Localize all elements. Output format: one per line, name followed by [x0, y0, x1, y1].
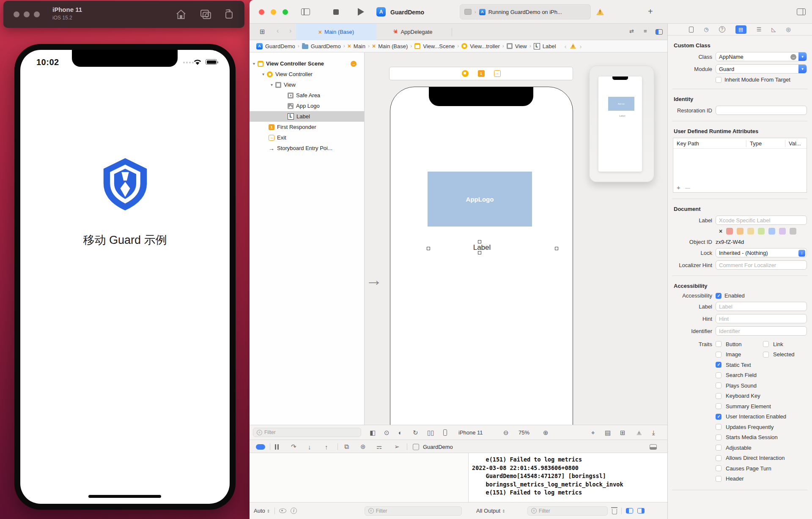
color-swatch-green[interactable]: [758, 228, 765, 235]
clear-color-button[interactable]: ×: [719, 228, 722, 235]
add-constraints-icon[interactable]: ⊞: [620, 425, 625, 440]
add-editor-icon[interactable]: [656, 29, 663, 35]
color-scheme-icon[interactable]: ◐: [398, 425, 402, 440]
resize-handle-bottom[interactable]: [478, 251, 481, 254]
issue-warning-icon[interactable]: [570, 44, 576, 49]
acc-label-input[interactable]: [719, 303, 807, 310]
crumb-label[interactable]: Label: [543, 43, 556, 49]
stop-button[interactable]: [333, 9, 339, 15]
editor-options-icon[interactable]: ≡: [644, 28, 647, 34]
step-into-icon[interactable]: ↓: [308, 440, 311, 453]
trait-checkbox-header[interactable]: [716, 476, 721, 482]
class-dropdown-icon[interactable]: ▾: [798, 52, 807, 61]
screenshot-camera-icon[interactable]: [200, 8, 212, 22]
environment-overrides-icon[interactable]: ⚎: [376, 440, 382, 453]
show-console-pane-icon[interactable]: [637, 508, 645, 514]
debug-session-name[interactable]: GuardDemo: [423, 440, 453, 453]
pause-icon[interactable]: [275, 440, 279, 453]
trait-checkbox-page-turn[interactable]: [716, 465, 721, 471]
size-inspector-icon[interactable]: ◺: [771, 26, 776, 33]
step-out-icon[interactable]: ↑: [325, 440, 328, 453]
trait-checkbox-selected[interactable]: [763, 352, 769, 358]
simulator-titlebar[interactable]: iPhone 11 iOS 15.2: [3, 1, 244, 28]
storyboard-entry-arrow[interactable]: →: [365, 271, 382, 288]
disclosure-icon[interactable]: ▾: [253, 61, 255, 66]
doc-label-field[interactable]: [716, 216, 807, 225]
versions-grid-icon[interactable]: ⊞: [260, 28, 265, 36]
update-frames-icon[interactable]: ⌖: [591, 425, 595, 440]
connections-inspector-icon[interactable]: ◎: [786, 26, 790, 33]
resize-handle-top[interactable]: [478, 240, 481, 243]
trait-checkbox-static-text[interactable]: [716, 362, 721, 368]
zoom-level[interactable]: 75%: [518, 425, 529, 440]
quicklook-eye-icon[interactable]: [279, 508, 286, 513]
view-controller-icon[interactable]: [462, 70, 469, 77]
outline-filter-field[interactable]: ≡ Filter: [253, 428, 361, 437]
console-filter-field[interactable]: ≡ Filter: [527, 506, 608, 516]
storyboard-view-controller[interactable]: AppLogo Label: [390, 87, 573, 425]
breakpoints-toggle[interactable]: [256, 440, 265, 453]
next-issue-icon[interactable]: ›: [580, 43, 582, 50]
zoom-out-icon[interactable]: ⊖: [503, 425, 509, 440]
maximize-button[interactable]: [283, 9, 288, 15]
close-button[interactable]: [259, 9, 264, 15]
toggle-inspector-icon[interactable]: [797, 8, 806, 15]
help-inspector-icon[interactable]: ?: [719, 26, 725, 33]
console-scope-select[interactable]: All Output ⇕: [476, 508, 505, 514]
crumb-controller[interactable]: View...troller: [470, 43, 500, 49]
minimize-button[interactable]: [271, 9, 276, 15]
trait-checkbox-starts-media[interactable]: [716, 434, 721, 440]
restoration-id-input[interactable]: [719, 107, 807, 114]
prev-issue-icon[interactable]: ‹: [565, 43, 567, 50]
memory-graph-icon[interactable]: ⊛: [360, 440, 366, 453]
outline-row-view-controller[interactable]: ▾ View Controller: [250, 69, 364, 79]
add-attribute-button[interactable]: +: [677, 184, 680, 191]
crumb-group[interactable]: GuardDemo: [311, 43, 341, 49]
doc-label-input[interactable]: [719, 217, 807, 224]
outline-row-scene[interactable]: ▾ View Controller Scene →: [250, 58, 364, 69]
label-view[interactable]: Label: [454, 243, 510, 252]
view-hierarchy-icon[interactable]: ⧉: [344, 440, 349, 453]
device-icon[interactable]: [443, 425, 447, 440]
resize-handle-left[interactable]: [427, 247, 430, 250]
class-field[interactable]: AppName → ▾: [716, 52, 807, 61]
crumb-main[interactable]: Main: [354, 43, 365, 49]
tab-main-base[interactable]: × Main (Base): [296, 24, 376, 40]
acc-identifier-field[interactable]: [716, 326, 807, 336]
show-variables-pane-icon[interactable]: [626, 508, 633, 514]
color-swatch-blue[interactable]: [768, 228, 775, 235]
runtime-attributes-table[interactable]: Key Path Type Val... + —: [673, 138, 807, 193]
trait-checkbox-keyboard-key[interactable]: [716, 393, 721, 399]
trait-checkbox-adjustable[interactable]: [716, 445, 721, 451]
forward-chevron-icon[interactable]: ›: [289, 27, 291, 35]
variables-pane[interactable]: [250, 453, 469, 502]
lock-dropdown[interactable]: Inherited - (Nothing) ↕: [716, 248, 807, 257]
resolve-issues-icon[interactable]: [635, 425, 643, 440]
crumb-main-base[interactable]: Main (Base): [378, 43, 408, 49]
identity-inspector-icon[interactable]: ▤: [735, 25, 746, 34]
acc-label-field[interactable]: [716, 302, 807, 311]
jump-to-class-icon[interactable]: →: [790, 54, 796, 60]
outline-row-exit[interactable]: → Exit: [250, 132, 364, 143]
accessibility-enabled-checkbox[interactable]: [716, 293, 721, 299]
trait-checkbox-user-interaction[interactable]: [716, 414, 721, 420]
run-button[interactable]: [358, 8, 364, 16]
color-swatch-gray[interactable]: [790, 228, 796, 235]
minimap[interactable]: AppLogo Label: [589, 66, 654, 182]
home-icon[interactable]: [175, 8, 187, 22]
localizer-hint-input[interactable]: [719, 262, 807, 268]
device-name[interactable]: iPhone 11: [458, 425, 483, 440]
outline-row-first-responder[interactable]: 1 First Responder: [250, 122, 364, 132]
sim-minimize-button[interactable]: [24, 11, 30, 17]
outline-row-app-logo[interactable]: App Logo: [250, 101, 364, 111]
trait-checkbox-direct-interaction[interactable]: [716, 455, 721, 461]
orientation-icon[interactable]: ↻: [413, 425, 418, 440]
localizer-hint-field[interactable]: [716, 260, 807, 270]
lock-stepper-icon[interactable]: ↕: [798, 250, 805, 257]
open-scene-icon[interactable]: →: [351, 61, 357, 67]
tab-appdelegate[interactable]: AppDelegate: [376, 24, 448, 40]
outline-row-safe-area[interactable]: Safe Area: [250, 90, 364, 101]
acc-hint-input[interactable]: [719, 316, 807, 322]
code-review-icon[interactable]: ⇄: [629, 28, 634, 34]
library-add-button[interactable]: +: [648, 7, 653, 16]
